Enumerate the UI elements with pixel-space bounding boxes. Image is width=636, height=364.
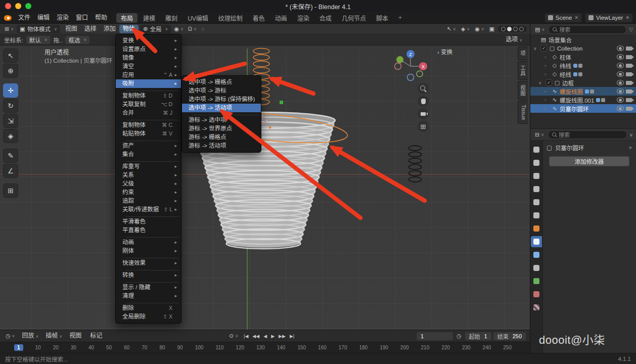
object-menu-item[interactable]: 平滑着色 — [116, 217, 181, 226]
sidebar-tab[interactable]: 工具 — [518, 61, 528, 80]
object-menu-item[interactable] — [116, 267, 181, 271]
object-menu-item[interactable] — [116, 235, 181, 238]
xray-toggle[interactable]: ▣ — [488, 25, 496, 33]
expand-arrow-icon[interactable]: › — [544, 98, 550, 103]
outliner-row[interactable]: › ✓ ∿ 螺旋线圈.001 — [530, 96, 636, 104]
disable-in-render-icon[interactable] — [626, 98, 632, 102]
object-menu-item[interactable]: 镜像 ▸ — [116, 54, 181, 62]
hide-in-viewport-icon[interactable] — [617, 80, 624, 85]
scene-selector[interactable]: Scene ✕ — [544, 13, 582, 23]
gizmo-neg-x-axis[interactable] — [395, 63, 401, 70]
transform-tool[interactable]: ◈ — [3, 129, 18, 143]
outliner-row[interactable]: › ✓ ◇ 柱体 — [530, 53, 636, 61]
unlink-scene-icon[interactable]: ✕ — [574, 15, 578, 20]
wireframe-shading-button[interactable] — [501, 27, 506, 31]
collection-checkbox[interactable]: ✓ — [546, 79, 552, 86]
proportional-editing-toggle[interactable]: ◌ — [200, 25, 206, 33]
object-menu-item[interactable] — [116, 214, 181, 217]
object-menu-item[interactable] — [116, 117, 181, 121]
object-menu-item[interactable]: 关联/传递数据 ⇧ L ▸ — [116, 205, 181, 214]
expand-arrow-icon[interactable]: › — [544, 72, 550, 77]
pin-icon[interactable]: ⌖ — [629, 145, 632, 151]
object-menu-item[interactable]: 设置原点 ▸ — [116, 45, 181, 54]
pan-hand-icon[interactable] — [418, 96, 429, 107]
timeline-menu-item[interactable]: 视图 — [66, 332, 86, 340]
disable-in-render-icon[interactable] — [626, 47, 632, 51]
gizmo-y-axis[interactable] — [396, 56, 403, 63]
object-menu-item[interactable]: 全局删除 ⇧ X — [116, 312, 181, 321]
object-menu-item[interactable]: 清理 ▸ — [116, 292, 181, 300]
object-menu-item[interactable] — [116, 300, 181, 304]
gizmo-neg-z-axis[interactable] — [407, 74, 414, 81]
modifier-tab[interactable] — [531, 236, 542, 247]
disable-in-render-icon[interactable] — [626, 72, 632, 76]
sidebar-tab[interactable]: 视图 — [518, 81, 528, 100]
editor-type-selector[interactable]: ⊞∨ — [3, 25, 15, 33]
workspace-tab[interactable]: 脚本 — [372, 13, 393, 23]
rotate-tool[interactable]: ↻ — [3, 99, 18, 113]
filter-icon[interactable]: ▽ — [629, 27, 633, 32]
overlays-toggle[interactable]: ◉∨ — [473, 25, 485, 33]
play-button[interactable]: ▶ — [269, 333, 277, 340]
main-menu-item[interactable]: 渲染 — [53, 14, 72, 22]
outliner-row[interactable]: ∨ ✓ ▢ 边框 — [530, 78, 636, 87]
hide-in-viewport-icon[interactable] — [617, 54, 624, 60]
object-menu-item[interactable]: 快速效果 ▸ — [116, 259, 181, 267]
prev-keyframe-button[interactable]: ◀◀ — [250, 333, 261, 340]
annotate-tool[interactable]: ✎ — [3, 149, 18, 163]
expand-arrow-icon[interactable]: ∨ — [538, 80, 543, 85]
disable-in-render-icon[interactable] — [626, 81, 632, 85]
object-menu-item[interactable]: 关联复制 ⌥ D — [116, 100, 181, 109]
sidebar-tab[interactable]: Tissue — [518, 101, 528, 124]
object-menu-item[interactable] — [116, 255, 181, 259]
transform-orientation-selector[interactable]: ⊕ 全局∨ — [140, 25, 171, 33]
play-reverse-button[interactable]: ◀ — [261, 333, 269, 340]
object-menu-item[interactable]: 刚体 ▸ — [116, 247, 181, 255]
disable-in-render-icon[interactable] — [626, 89, 632, 94]
timeline-menu-item[interactable]: 插帧∨ — [42, 332, 66, 340]
close-window-button[interactable] — [5, 3, 11, 9]
material-tab[interactable] — [531, 289, 542, 300]
snap-menu-item[interactable]: 选中项 -> 游标 (保持偏移) — [182, 95, 261, 104]
main-menu-item[interactable]: 帮助 — [92, 14, 111, 22]
object-menu-item[interactable]: 转换 ▸ — [116, 271, 181, 280]
snap-menu-item[interactable]: 选中项 -> 游标 — [182, 86, 261, 95]
viewport-menu-item[interactable]: 视图 — [62, 25, 81, 33]
outliner-row[interactable]: › ✓ ◇ 纬线 — [530, 61, 636, 70]
timeline-editor-icon[interactable]: ◷∨ — [4, 332, 16, 340]
object-menu-item[interactable]: 清空 ▸ — [116, 62, 181, 71]
blender-logo-icon[interactable] — [4, 15, 12, 21]
hide-in-viewport-icon[interactable] — [617, 63, 624, 68]
expand-arrow-icon[interactable]: › — [544, 63, 550, 68]
next-keyframe-button[interactable]: ▶▶ — [277, 333, 288, 340]
collection-checkbox[interactable]: ✓ — [540, 45, 547, 52]
material-shading-button[interactable] — [513, 27, 518, 31]
options-menu[interactable]: 选项∨ — [502, 35, 526, 44]
scale-tool[interactable]: ⇲ — [3, 114, 18, 128]
outliner-search-field[interactable]: 搜索 — [549, 25, 626, 34]
object-menu-item[interactable] — [116, 159, 181, 162]
workspace-tab[interactable]: 渲染 — [293, 13, 314, 23]
object-menu-item[interactable]: 动画 ▸ — [116, 238, 181, 247]
camera-view-icon[interactable] — [418, 108, 429, 119]
object-menu-item[interactable]: 应用 ⌃ A ▸ — [116, 71, 181, 79]
object-menu-item[interactable]: 约束 ▸ — [116, 188, 181, 197]
snap-menu-item[interactable]: 游标 -> 选中项 — [182, 116, 261, 124]
transform-panel-toggle[interactable]: › 变换 — [437, 48, 452, 56]
move-tool[interactable]: ✛ — [3, 83, 18, 98]
workspace-tab[interactable]: + — [394, 14, 406, 22]
measure-tool[interactable]: ∠ — [3, 164, 18, 178]
zoom-icon[interactable] — [418, 83, 429, 94]
timeline-ruler[interactable]: 1102030405060708090100110120130140150160… — [0, 342, 530, 353]
physics-tab[interactable] — [531, 249, 542, 260]
timeline-menu-item[interactable]: 标记 — [86, 332, 107, 340]
viewport-menu-item[interactable]: 物体 — [119, 25, 139, 33]
current-frame-field[interactable]: 1 — [417, 332, 453, 340]
expand-arrow-icon[interactable]: › — [544, 106, 550, 111]
snap-menu-item[interactable]: 游标 -> 活动项 — [182, 142, 261, 150]
viewport-menu-item[interactable]: 添加 — [100, 25, 119, 33]
editor-type-icon[interactable]: ▤∨ — [533, 25, 546, 34]
outliner-row[interactable]: › ✓ ∿ 贝塞尔圆环 — [530, 104, 636, 113]
filter-icon[interactable]: ∨ — [629, 132, 633, 138]
tweak-select-tool[interactable]: ↖ — [3, 49, 18, 63]
